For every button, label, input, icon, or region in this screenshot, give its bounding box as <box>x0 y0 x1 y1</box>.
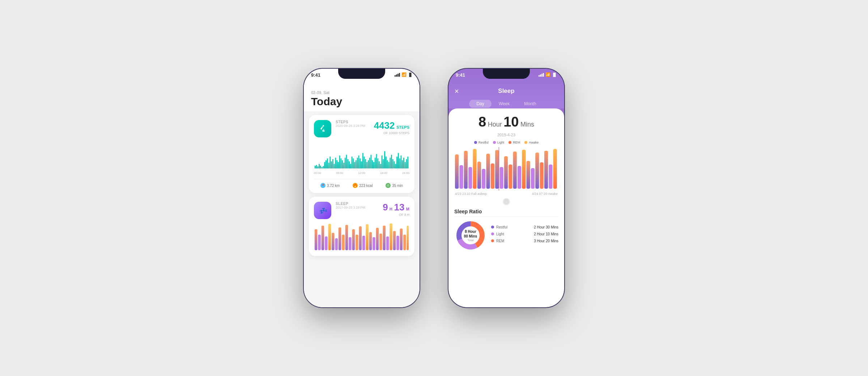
svg-rect-77 <box>339 227 341 250</box>
sleep-icon: 💤 <box>314 202 331 219</box>
svg-rect-52 <box>386 157 387 168</box>
svg-rect-14 <box>334 164 335 168</box>
location-icon: 📍 <box>320 183 326 188</box>
distance-item: 📍 3.72 km <box>320 183 340 188</box>
calories-item: 🔥 223 kcal <box>353 183 373 188</box>
close-button[interactable]: ✕ <box>454 88 459 95</box>
sleep-ratio-content: 8 Hour00 Mins Total Restful 2 Hour 30 Mi… <box>454 219 558 252</box>
sleep-big-hours-unit: Hour <box>488 121 502 128</box>
svg-rect-111 <box>509 164 512 189</box>
phone-1-content: 02-09, Sat Today <box>304 85 420 307</box>
svg-rect-92 <box>390 223 392 250</box>
sleep-big-mins: 10 <box>503 114 519 129</box>
svg-rect-79 <box>345 225 348 250</box>
svg-rect-88 <box>376 228 379 250</box>
steps-card: STEPS 2020-09-25 3:28 PM 4432 STEPS OF 1… <box>309 115 414 193</box>
fire-icon: 🔥 <box>353 183 358 188</box>
wifi-icon-2: 📶 <box>545 72 550 77</box>
svg-rect-91 <box>386 236 389 250</box>
svg-rect-67 <box>406 159 407 168</box>
steps-icon <box>314 120 331 137</box>
svg-rect-35 <box>362 153 363 168</box>
steps-info: STEPS 2020-09-25 3:28 PM <box>336 120 370 128</box>
legend-rem: REM <box>509 141 520 144</box>
svg-text:💤: 💤 <box>319 207 327 215</box>
steps-card-header: STEPS 2020-09-25 3:28 PM 4432 STEPS OF 1… <box>314 120 409 137</box>
svg-rect-33 <box>359 158 361 168</box>
svg-rect-49 <box>382 155 383 168</box>
svg-rect-20 <box>342 160 343 168</box>
svg-rect-32 <box>358 155 359 168</box>
svg-rect-118 <box>540 162 544 189</box>
svg-rect-115 <box>527 161 530 189</box>
awake-label: Awake <box>529 141 539 144</box>
svg-rect-0 <box>315 166 316 168</box>
sleep-big-date: 2019-4-23 <box>454 133 558 137</box>
svg-rect-48 <box>380 164 381 168</box>
svg-rect-16 <box>336 160 337 168</box>
svg-rect-104 <box>482 169 485 189</box>
xaxis-label-1: 06:00 <box>336 171 343 175</box>
svg-rect-45 <box>376 154 377 168</box>
svg-rect-53 <box>387 160 388 168</box>
svg-rect-83 <box>359 226 362 250</box>
svg-rect-59 <box>395 164 396 168</box>
calories-value: 223 kcal <box>359 184 373 188</box>
svg-rect-30 <box>356 160 357 168</box>
svg-rect-55 <box>390 158 391 168</box>
svg-rect-5 <box>322 167 323 168</box>
donut-label: Total <box>464 239 477 242</box>
svg-rect-17 <box>338 162 339 168</box>
svg-rect-116 <box>531 168 535 189</box>
rem-ratio-value: 3 Hour 20 Mins <box>534 239 558 243</box>
awake-dot <box>524 141 527 144</box>
svg-rect-22 <box>345 158 346 168</box>
rem-dot <box>509 141 511 144</box>
donut-center: 8 Hour00 Mins Total <box>464 229 477 242</box>
svg-rect-95 <box>400 228 403 250</box>
svg-rect-31 <box>357 158 358 168</box>
svg-rect-51 <box>384 151 385 168</box>
svg-rect-29 <box>354 162 355 168</box>
svg-rect-93 <box>393 231 396 250</box>
phone-2-notch <box>483 69 530 79</box>
sleep-total: OF 8 H <box>383 213 409 217</box>
svg-rect-98 <box>455 154 459 189</box>
phone-2: 9:41 📶 ▐▌ ✕ Sleep <box>448 69 564 307</box>
svg-rect-9 <box>327 158 328 168</box>
tab-month[interactable]: Month <box>517 100 543 108</box>
svg-rect-82 <box>356 235 358 250</box>
svg-rect-28 <box>353 158 354 168</box>
steps-label: STEPS <box>336 120 370 124</box>
svg-rect-113 <box>518 166 521 189</box>
svg-rect-43 <box>373 162 374 168</box>
xaxis-label-3: 18:00 <box>380 171 387 175</box>
xaxis-label-4: 24:00 <box>402 171 409 175</box>
svg-rect-8 <box>326 160 327 168</box>
sleep-phases-chart <box>454 147 558 191</box>
today-date: 02-09, Sat <box>311 90 412 95</box>
tab-week[interactable]: Week <box>492 100 517 108</box>
time-item: ⏱ 35 min <box>386 183 403 188</box>
svg-rect-105 <box>486 154 490 189</box>
svg-rect-25 <box>349 161 350 168</box>
phone-1-time: 9:41 <box>311 72 320 78</box>
sleep-time-labels: 4/23 23:10 Fall asleep 4/24 07:20 Awake <box>454 192 558 196</box>
svg-rect-97 <box>407 226 409 250</box>
xaxis-label-0: 00:00 <box>314 171 321 175</box>
sleep-ratio-legend: Restful 2 Hour 30 Mins Light 2 Hour 10 M… <box>491 225 558 246</box>
svg-rect-2 <box>317 166 318 168</box>
svg-rect-121 <box>553 149 557 189</box>
timeline-slider[interactable] <box>503 198 509 204</box>
svg-rect-81 <box>352 229 355 250</box>
phone-1-header: 02-09, Sat Today <box>304 85 420 111</box>
tab-day[interactable]: Day <box>469 100 491 108</box>
time-value: 35 min <box>392 184 403 188</box>
sleep-sublabel: 2017-09-25 3:28 PM <box>336 206 378 209</box>
svg-rect-19 <box>341 158 342 168</box>
restful-ratio-item: Restful 2 Hour 30 Mins <box>491 225 558 229</box>
svg-rect-26 <box>350 164 351 168</box>
svg-rect-85 <box>366 224 369 250</box>
donut-value: 8 Hour00 Mins <box>464 229 477 239</box>
svg-rect-107 <box>495 150 499 189</box>
